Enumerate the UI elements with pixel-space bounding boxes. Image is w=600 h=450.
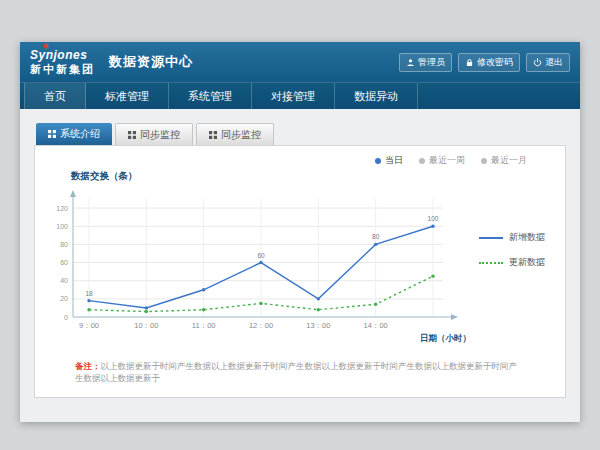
svg-text:13：00: 13：00 [306, 321, 330, 330]
tab-label: 系统介绍 [60, 127, 100, 141]
filter-label: 最近一月 [491, 154, 527, 167]
filter-dot-icon [481, 158, 487, 164]
main-nav: 首页 标准管理 系统管理 对接管理 数据异动 [20, 82, 580, 109]
change-password-label: 修改密码 [477, 56, 513, 69]
svg-text:0: 0 [64, 314, 68, 321]
legend-item-updated-data: 更新数据 [479, 256, 555, 269]
svg-text:100: 100 [428, 215, 439, 222]
admin-user-label: 管理员 [418, 56, 445, 69]
y-axis-title: 数据交换（条） [71, 170, 555, 183]
series-legend: 新增数据 更新数据 [473, 183, 555, 347]
svg-text:20: 20 [60, 295, 68, 302]
tab-label: 同步监控 [140, 128, 180, 142]
lock-icon [465, 58, 474, 67]
tab-system-intro[interactable]: 系统介绍 [36, 123, 112, 145]
legend-label: 新增数据 [509, 231, 545, 244]
logout-button[interactable]: 退出 [526, 53, 570, 72]
svg-text:120: 120 [56, 205, 68, 212]
tab-label: 同步监控 [221, 128, 261, 142]
logo-text-en: ✱Synjones [30, 49, 95, 62]
main-content: 系统介绍 同步监控 同步监控 当日 最近一周 [20, 109, 580, 422]
svg-text:100: 100 [56, 223, 68, 230]
filter-dot-icon [419, 158, 425, 164]
svg-text:40: 40 [60, 277, 68, 284]
line-chart: 0204060801001209：0010：0011：0012：0013：001… [45, 183, 473, 347]
content-panel: 当日 最近一周 最近一月 数据交换（条） 0204060801001209：00… [34, 145, 566, 398]
solid-line-icon [479, 237, 503, 239]
grid-icon [48, 130, 56, 138]
nav-item-system-mgmt[interactable]: 系统管理 [169, 83, 252, 109]
nav-item-home[interactable]: 首页 [24, 83, 86, 109]
legend-item-new-data: 新增数据 [479, 231, 555, 244]
note-text: 以上数据更新于时间产生数据以上数据更新于时间产生数据以上数据更新于时间产生数据以… [75, 361, 517, 383]
svg-text:80: 80 [372, 233, 380, 240]
tab-sync-monitor-1[interactable]: 同步监控 [115, 123, 193, 145]
filter-today[interactable]: 当日 [375, 154, 403, 167]
logout-icon [533, 58, 542, 67]
filter-last-week[interactable]: 最近一周 [419, 154, 465, 167]
svg-text:12：00: 12：00 [249, 321, 273, 330]
filter-last-month[interactable]: 最近一月 [481, 154, 527, 167]
svg-text:60: 60 [60, 259, 68, 266]
filter-legend: 当日 最近一周 最近一月 [45, 154, 555, 167]
svg-text:9：00: 9：00 [79, 321, 99, 330]
note-label: 备注： [75, 361, 101, 371]
nav-item-standard-mgmt[interactable]: 标准管理 [86, 83, 169, 109]
svg-text:日期（小时）: 日期（小时） [420, 333, 471, 343]
tab-bar: 系统介绍 同步监控 同步监控 [36, 123, 566, 145]
grid-icon [128, 131, 136, 139]
logo: ✱Synjones 新中新集团 [30, 49, 95, 75]
page-title: 数据资源中心 [109, 53, 193, 71]
svg-text:80: 80 [60, 241, 68, 248]
legend-label: 更新数据 [509, 256, 545, 269]
chart-area: 0204060801001209：0010：0011：0012：0013：001… [45, 183, 555, 347]
note: 备注：以上数据更新于时间产生数据以上数据更新于时间产生数据以上数据更新于时间产生… [45, 361, 555, 385]
change-password-button[interactable]: 修改密码 [458, 53, 520, 72]
user-icon [406, 58, 415, 67]
app-window: ✱Synjones 新中新集团 数据资源中心 管理员 修改密码 退出 首页 标准… [20, 42, 580, 422]
header-actions: 管理员 修改密码 退出 [399, 53, 570, 72]
filter-dot-icon [375, 158, 381, 164]
admin-user-button[interactable]: 管理员 [399, 53, 452, 72]
nav-item-interface-mgmt[interactable]: 对接管理 [252, 83, 335, 109]
logout-label: 退出 [545, 56, 563, 69]
svg-text:11：00: 11：00 [192, 321, 216, 330]
grid-icon [209, 131, 217, 139]
svg-text:60: 60 [257, 252, 265, 259]
app-header: ✱Synjones 新中新集团 数据资源中心 管理员 修改密码 退出 [20, 42, 580, 82]
dashed-line-icon [479, 262, 503, 264]
svg-text:18: 18 [85, 290, 93, 297]
tab-sync-monitor-2[interactable]: 同步监控 [196, 123, 274, 145]
nav-item-data-change[interactable]: 数据异动 [335, 83, 418, 109]
svg-text:14：00: 14：00 [364, 321, 388, 330]
logo-star-icon: ✱ [42, 43, 49, 51]
filter-label: 最近一周 [429, 154, 465, 167]
logo-text-cn: 新中新集团 [30, 64, 95, 76]
filter-label: 当日 [385, 154, 403, 167]
svg-text:10：00: 10：00 [134, 321, 158, 330]
